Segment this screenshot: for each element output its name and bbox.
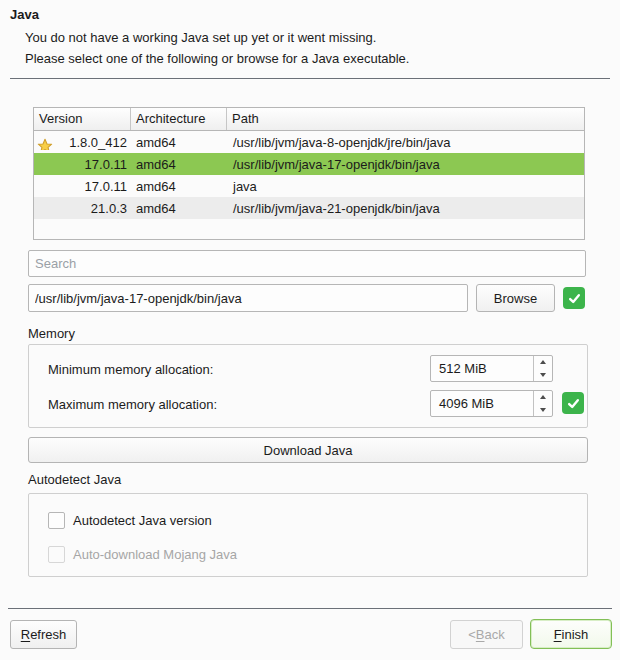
cell-version: 1.8.0_412 bbox=[34, 135, 131, 150]
min-memory-spin-down[interactable] bbox=[534, 369, 552, 382]
finish-button[interactable]: Finish bbox=[530, 619, 612, 649]
table-row-java-8[interactable]: 1.8.0_412 amd64 /usr/lib/jvm/java-8-open… bbox=[34, 131, 584, 153]
min-memory-spin-up[interactable] bbox=[534, 356, 552, 369]
cell-architecture: amd64 bbox=[131, 135, 227, 150]
java-path-valid-checkbox[interactable] bbox=[563, 287, 585, 309]
auto-download-mojang-option[interactable]: Auto-download Mojang Java bbox=[48, 545, 237, 563]
max-memory-valid-checkbox[interactable] bbox=[562, 392, 584, 414]
java-path-input[interactable] bbox=[28, 284, 468, 312]
min-memory-label: Minimum memory allocation: bbox=[48, 362, 213, 377]
min-memory-value[interactable]: 512 MiB bbox=[431, 356, 533, 381]
version-text: 1.8.0_412 bbox=[69, 135, 127, 150]
checkmark-icon bbox=[567, 397, 580, 410]
column-header-path[interactable]: Path bbox=[227, 108, 584, 130]
max-memory-spin-down[interactable] bbox=[534, 404, 552, 417]
column-header-version[interactable]: Version bbox=[34, 108, 131, 130]
star-icon bbox=[37, 138, 53, 150]
cell-path: /usr/lib/jvm/java-21-openjdk/bin/java bbox=[227, 201, 584, 216]
cell-path: /usr/lib/jvm/java-17-openjdk/bin/java bbox=[227, 157, 584, 172]
table-row-java-17-selected[interactable]: 17.0.11 amd64 /usr/lib/jvm/java-17-openj… bbox=[34, 153, 584, 175]
table-row-java-21[interactable]: 21.0.3 amd64 /usr/lib/jvm/java-21-openjd… bbox=[34, 197, 584, 219]
cell-version: 17.0.11 bbox=[34, 179, 131, 194]
min-memory-spinbox[interactable]: 512 MiB bbox=[430, 355, 553, 382]
auto-download-mojang-checkbox[interactable] bbox=[48, 546, 65, 563]
max-memory-value[interactable]: 4096 MiB bbox=[431, 391, 533, 416]
java-versions-table: Version Architecture Path 1.8.0_412 amd6… bbox=[33, 107, 585, 240]
cell-version: 17.0.11 bbox=[34, 157, 131, 172]
cell-architecture: amd64 bbox=[131, 157, 227, 172]
footer-divider bbox=[8, 608, 612, 609]
min-memory-spin-buttons bbox=[533, 356, 552, 381]
arrow-up-icon bbox=[540, 395, 546, 399]
search-input[interactable] bbox=[28, 250, 586, 277]
autodetect-group-box bbox=[28, 493, 588, 577]
browse-button[interactable]: Browse bbox=[476, 284, 555, 312]
header-divider bbox=[10, 78, 610, 79]
arrow-down-icon bbox=[540, 408, 546, 412]
max-memory-label: Maximum memory allocation: bbox=[48, 397, 217, 412]
column-header-architecture[interactable]: Architecture bbox=[131, 108, 227, 130]
autodetect-java-version-label: Autodetect Java version bbox=[73, 513, 212, 528]
cell-path: java bbox=[227, 179, 584, 194]
max-memory-spin-buttons bbox=[533, 391, 552, 416]
download-java-button[interactable]: Download Java bbox=[28, 437, 588, 463]
arrow-up-icon bbox=[540, 360, 546, 364]
table-body: 1.8.0_412 amd64 /usr/lib/jvm/java-8-open… bbox=[34, 131, 584, 219]
header-description-line-1: You do not have a working Java set up ye… bbox=[25, 30, 376, 45]
max-memory-spinbox[interactable]: 4096 MiB bbox=[430, 390, 553, 417]
page-title: Java bbox=[10, 7, 39, 22]
back-button[interactable]: < Back bbox=[450, 620, 523, 649]
table-row-java-17-system[interactable]: 17.0.11 amd64 java bbox=[34, 175, 584, 197]
cell-architecture: amd64 bbox=[131, 179, 227, 194]
autodetect-group-label: Autodetect Java bbox=[28, 472, 121, 487]
refresh-button[interactable]: Refresh bbox=[10, 620, 77, 649]
cell-version: 21.0.3 bbox=[34, 201, 131, 216]
checkmark-icon bbox=[568, 292, 581, 305]
autodetect-java-version-checkbox[interactable] bbox=[48, 512, 65, 529]
cell-path: /usr/lib/jvm/java-8-openjdk/jre/bin/java bbox=[227, 135, 584, 150]
auto-download-mojang-label: Auto-download Mojang Java bbox=[73, 547, 237, 562]
max-memory-spin-up[interactable] bbox=[534, 391, 552, 404]
autodetect-java-version-option[interactable]: Autodetect Java version bbox=[48, 511, 212, 529]
java-setup-wizard-page: Java You do not have a working Java set … bbox=[0, 0, 620, 660]
memory-group-label: Memory bbox=[28, 326, 75, 341]
header-description-line-2: Please select one of the following or br… bbox=[25, 51, 409, 66]
arrow-down-icon bbox=[540, 373, 546, 377]
cell-architecture: amd64 bbox=[131, 201, 227, 216]
table-header: Version Architecture Path bbox=[34, 108, 584, 131]
